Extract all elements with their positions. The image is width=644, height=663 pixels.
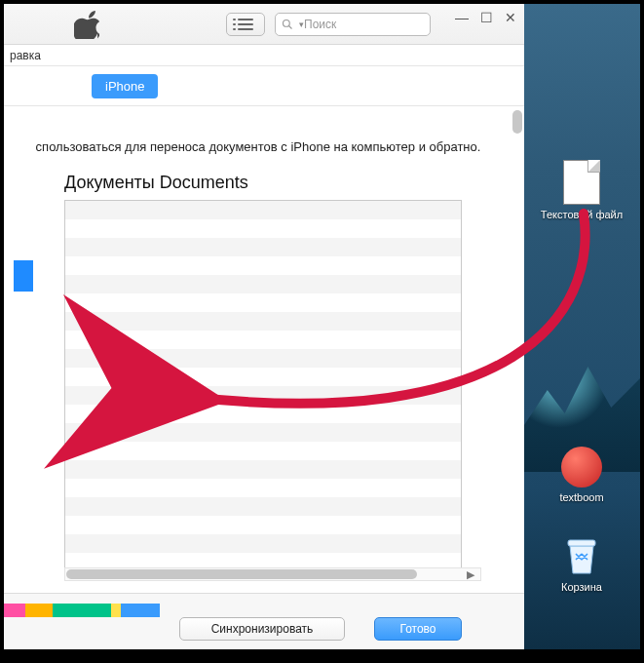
desktop-area: Текстовый файл textboom Корзина	[524, 4, 640, 649]
scroll-right-arrow-icon[interactable]: ▶	[464, 567, 477, 581]
list-item[interactable]	[65, 349, 461, 368]
list-item[interactable]	[65, 256, 461, 275]
list-item[interactable]	[65, 516, 461, 534]
desktop-file-icon[interactable]: Текстовый файл	[538, 160, 625, 220]
apple-logo-icon	[74, 10, 99, 39]
list-item[interactable]	[65, 293, 461, 312]
recycle-bin-icon	[562, 534, 601, 577]
maximize-button[interactable]: ☐	[480, 10, 493, 25]
done-button[interactable]: Готово	[374, 617, 462, 641]
menubar: равка	[4, 45, 524, 66]
list-item[interactable]	[65, 201, 461, 219]
list-item[interactable]	[65, 423, 461, 442]
bottom-bar: Синхронизировать Готово	[4, 593, 524, 649]
list-item[interactable]	[65, 442, 461, 460]
svg-line-1	[289, 26, 292, 29]
list-item[interactable]	[65, 405, 461, 423]
textboom-icon	[561, 447, 602, 488]
menu-item-edit[interactable]: равка	[10, 49, 41, 62]
list-item[interactable]	[65, 238, 461, 256]
list-item[interactable]	[65, 219, 461, 238]
description-text: спользоваться для переноса документов с …	[12, 139, 505, 154]
list-item[interactable]	[65, 312, 461, 331]
itunes-window: ▾ Поиск — ☐ ✕ равка iPhone спользоваться…	[4, 4, 524, 649]
list-item[interactable]	[65, 479, 461, 497]
toolbar: ▾ Поиск — ☐ ✕	[4, 4, 524, 45]
documents-heading: Документы Documents	[64, 173, 248, 193]
vertical-scrollbar-thumb[interactable]	[512, 110, 522, 134]
list-item[interactable]	[65, 386, 461, 405]
textfile-icon	[563, 160, 600, 205]
sync-button[interactable]: Синхронизировать	[179, 617, 345, 641]
list-item[interactable]	[65, 368, 461, 386]
svg-rect-2	[568, 540, 595, 546]
search-placeholder: Поиск	[304, 18, 336, 31]
minimize-button[interactable]: —	[455, 10, 469, 25]
storage-segment	[53, 604, 111, 617]
list-item[interactable]	[65, 534, 461, 553]
svg-point-0	[284, 20, 290, 27]
storage-segment	[25, 604, 53, 617]
selection-highlight	[14, 260, 33, 292]
close-button[interactable]: ✕	[505, 10, 516, 25]
search-icon	[282, 19, 293, 30]
desktop-trash-label: Корзина	[538, 581, 625, 593]
search-input[interactable]: ▾ Поиск	[275, 13, 431, 36]
storage-usage-bar	[4, 604, 160, 617]
desktop-app-label: textboom	[538, 491, 625, 503]
list-item[interactable]	[65, 331, 461, 349]
list-icon	[238, 19, 253, 30]
storage-segment	[111, 604, 121, 617]
storage-segment	[121, 604, 160, 617]
list-item[interactable]	[65, 497, 461, 516]
list-item[interactable]	[65, 275, 461, 293]
desktop-app-icon[interactable]: textboom	[538, 447, 625, 503]
device-row: iPhone	[4, 66, 524, 105]
content-area: спользоваться для переноса документов с …	[4, 105, 524, 591]
horizontal-scrollbar-thumb[interactable]	[66, 569, 417, 579]
list-view-button[interactable]	[226, 13, 265, 36]
device-pill-iphone[interactable]: iPhone	[92, 74, 158, 98]
desktop-file-label: Текстовый файл	[538, 209, 625, 220]
storage-segment	[4, 604, 25, 617]
list-item[interactable]	[65, 460, 461, 479]
desktop-trash-icon[interactable]: Корзина	[538, 534, 625, 593]
documents-list[interactable]	[64, 200, 462, 570]
